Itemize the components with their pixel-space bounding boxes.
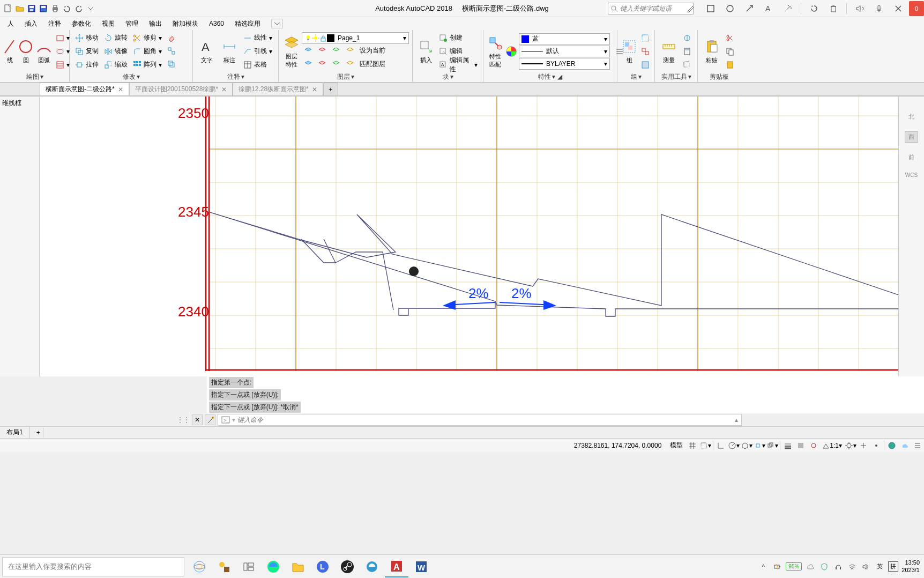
app2-icon[interactable]: L xyxy=(311,556,334,577)
match-layer-button[interactable]: 匹配图层 xyxy=(357,58,388,71)
group-edit-icon[interactable] xyxy=(639,58,652,71)
line-button[interactable]: 线 xyxy=(3,38,16,64)
steam-icon[interactable] xyxy=(336,556,359,577)
wifi-icon[interactable] xyxy=(847,561,858,572)
doc-tab[interactable]: 横断面示意图-二级公路*✕ xyxy=(40,83,129,95)
lineweight-dropdown[interactable]: BYLAYER▾ xyxy=(519,58,610,70)
power-icon[interactable] xyxy=(772,561,783,572)
table-button[interactable]: 表格 xyxy=(241,58,274,71)
taskview-icon[interactable] xyxy=(237,556,260,577)
drawing-canvas[interactable]: 2350 2345 2340 2% 2% xyxy=(40,97,898,376)
copy-clip-icon[interactable] xyxy=(724,45,736,58)
menu-item[interactable]: 输出 xyxy=(144,18,167,29)
add-layout-button[interactable]: + xyxy=(30,428,43,438)
wand-icon[interactable] xyxy=(779,1,796,16)
polar-icon[interactable]: ▾ xyxy=(727,440,740,451)
gear-icon[interactable]: ▾ xyxy=(844,440,857,451)
drag-handle-icon[interactable]: ⋮⋮ xyxy=(177,416,190,424)
rotate-button[interactable]: 旋转 xyxy=(102,32,130,45)
mic-icon[interactable] xyxy=(870,1,888,16)
doc-tab[interactable]: 徐鹏12.28纵断面示意图*✕ xyxy=(233,83,323,95)
doc-tab[interactable]: 平面设计图2001500528徐鹏*✕ xyxy=(129,83,233,95)
layer-tool-icon[interactable] xyxy=(344,58,356,71)
delete-icon[interactable] xyxy=(825,1,842,16)
cortana-icon[interactable] xyxy=(188,556,211,577)
ellipse-rb-icon[interactable]: ▾ xyxy=(54,45,72,58)
undo-icon[interactable] xyxy=(61,3,73,14)
insert-block-button[interactable]: 插入 xyxy=(416,38,436,64)
help-search-input[interactable] xyxy=(620,5,684,12)
open-icon[interactable] xyxy=(14,3,26,14)
rect-rb-icon[interactable]: ▾ xyxy=(54,32,72,45)
menu-item[interactable]: 精选应用 xyxy=(229,18,266,29)
leader-button[interactable]: 引线 ▾ xyxy=(241,45,274,58)
hatch-rb-icon[interactable]: ▾ xyxy=(54,58,72,71)
text-button[interactable]: A 文字 xyxy=(196,38,218,64)
word-icon[interactable]: W xyxy=(409,556,433,577)
tab-close-icon[interactable]: ✕ xyxy=(312,86,317,93)
qat-dropdown-icon[interactable] xyxy=(85,3,96,14)
battery-indicator[interactable]: 95% xyxy=(786,562,802,570)
app-icon[interactable] xyxy=(212,556,236,577)
set-current-button[interactable]: 设为当前 xyxy=(357,45,388,57)
menu-item[interactable]: 注释 xyxy=(43,18,66,29)
tab-close-icon[interactable]: ✕ xyxy=(221,86,227,93)
layer-props-button[interactable]: 图层 特性 xyxy=(282,34,301,69)
arrow-icon[interactable] xyxy=(741,1,758,16)
erase-icon[interactable] xyxy=(165,32,179,45)
layer-tool-icon[interactable] xyxy=(330,45,342,57)
security-icon[interactable] xyxy=(819,561,830,572)
ime-lang[interactable]: 英 xyxy=(875,561,885,572)
taskbar-search[interactable] xyxy=(2,557,184,576)
menu-item[interactable]: 插入 xyxy=(19,18,43,29)
create-block-button[interactable]: 创建 xyxy=(437,32,480,45)
viewcube-west[interactable]: 西 xyxy=(905,131,918,143)
cycling-icon[interactable] xyxy=(807,440,820,451)
menu-item[interactable]: 人 xyxy=(2,18,19,29)
saveas-icon[interactable] xyxy=(38,3,49,14)
menu-icon[interactable] xyxy=(911,440,924,451)
isodraft-icon[interactable]: ▾ xyxy=(740,440,753,451)
fillet-button[interactable]: 圆角 ▾ xyxy=(131,45,164,58)
scale-button[interactable]: 缩放 xyxy=(102,58,130,71)
text-a-icon[interactable]: A xyxy=(760,1,777,16)
stretch-button[interactable]: 拉伸 xyxy=(73,58,101,71)
layer-tool-icon[interactable] xyxy=(330,58,342,71)
move-button[interactable]: 移动 xyxy=(73,32,101,45)
explorer-icon[interactable] xyxy=(286,556,310,577)
paste-button[interactable]: 粘贴 xyxy=(701,38,722,64)
autocad-icon[interactable]: A xyxy=(385,556,408,577)
layer-tool-icon[interactable] xyxy=(316,45,329,57)
calc-icon[interactable] xyxy=(681,45,694,58)
trim-button[interactable]: 修剪 ▾ xyxy=(131,32,164,45)
new-icon[interactable] xyxy=(2,3,14,14)
cut-icon[interactable] xyxy=(724,32,736,45)
layer-dropdown[interactable]: Page_1 ▾ xyxy=(302,32,409,44)
command-input-field[interactable] xyxy=(237,416,735,424)
copy-button[interactable]: 复制 xyxy=(73,45,101,58)
save-icon[interactable] xyxy=(26,3,38,14)
plus-icon[interactable] xyxy=(857,440,870,451)
ie-icon[interactable] xyxy=(360,556,384,577)
layout-tab[interactable]: 布局1 xyxy=(0,427,30,438)
tray-overflow-icon[interactable]: ^ xyxy=(758,561,769,572)
help-search[interactable] xyxy=(608,3,694,14)
mirror-button[interactable]: 镜像 xyxy=(102,45,130,58)
cloud-icon[interactable] xyxy=(898,440,911,451)
ime-mode[interactable]: 拼 xyxy=(888,561,898,572)
viewcube-front[interactable]: 前 xyxy=(908,153,914,161)
rect-icon[interactable] xyxy=(702,1,719,16)
clock[interactable]: 13:50 2023/1 xyxy=(901,559,920,573)
menu-item[interactable]: 附加模块 xyxy=(167,18,204,29)
edge-icon[interactable] xyxy=(262,556,285,577)
headset-icon[interactable] xyxy=(833,561,844,572)
annoscale-icon[interactable]: 1:1▾ xyxy=(820,440,844,451)
customize-icon[interactable] xyxy=(870,440,883,451)
snap-icon[interactable]: ▾ xyxy=(699,440,712,451)
offset-icon[interactable] xyxy=(165,58,179,71)
redo-icon[interactable] xyxy=(73,3,85,14)
circle-button[interactable]: 圆 xyxy=(17,38,34,64)
close-icon[interactable] xyxy=(890,1,907,16)
grid-icon[interactable] xyxy=(686,440,699,451)
globe-icon[interactable] xyxy=(885,440,898,451)
